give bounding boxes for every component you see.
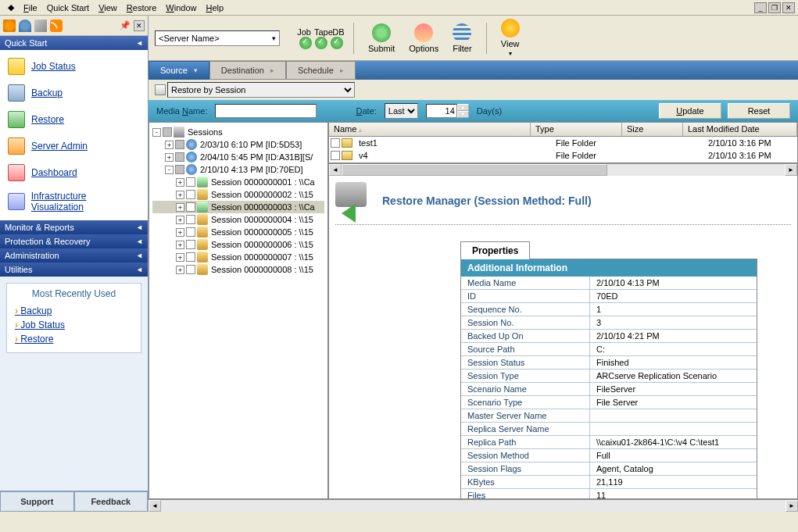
file-hscroll[interactable]: ◄► <box>329 163 797 176</box>
property-row: Sequence No.1 <box>461 303 757 316</box>
file-row[interactable]: v4File Folder2/10/10 3:16 PM <box>329 149 797 162</box>
tree-item[interactable]: +Session 0000000005 : \\15 <box>152 226 324 238</box>
sidebar-item-dashboard[interactable]: Dashboard <box>0 159 148 186</box>
tree-item[interactable]: +Session 0000000004 : \\15 <box>152 213 324 226</box>
admin-header[interactable]: Administration◄ <box>0 248 148 262</box>
menu-quickstart[interactable]: Quick Start <box>42 2 94 14</box>
days-input[interactable] <box>426 104 457 118</box>
db-icon <box>197 239 208 250</box>
sidebar-item-serveradmin[interactable]: Server Admin <box>0 133 148 159</box>
media-name-input[interactable] <box>215 104 317 118</box>
tree-item[interactable]: +Session 0000000001 : \\Ca <box>152 176 324 188</box>
tree-session-3[interactable]: -2/10/10 4:13 PM [ID:70ED] <box>152 163 324 176</box>
property-value: Agent, Catalog <box>590 462 757 475</box>
menu-restore[interactable]: Restore <box>122 2 162 14</box>
folder-icon <box>342 151 352 160</box>
property-value: 2/10/10 4:21 PM <box>590 330 757 342</box>
property-value: 3 <box>590 316 757 329</box>
days-spinner[interactable]: ▲▼ <box>426 104 469 118</box>
tree-session-1[interactable]: +2/03/10 6:10 PM [ID:5D53] <box>152 138 324 151</box>
minimize-button[interactable]: _ <box>754 2 767 13</box>
util-header[interactable]: Utilities◄ <box>0 262 148 277</box>
tab-destination[interactable]: Destination▸ <box>209 61 286 80</box>
server-combo[interactable]: <Server Name> <box>155 30 280 46</box>
main-toolbar: <Server Name> JobTapeDB Submit Options F… <box>149 16 798 61</box>
mru-title: Most Recently Used <box>12 288 136 299</box>
filter-button[interactable]: Filter <box>446 22 478 55</box>
property-value <box>590 423 757 435</box>
tape-status-icon[interactable] <box>315 37 327 49</box>
property-key: Master Server Name <box>461 409 590 422</box>
property-key: Sequence No. <box>461 303 590 316</box>
menu-file[interactable]: File <box>19 2 42 14</box>
update-button[interactable]: Update <box>659 103 721 119</box>
tab-schedule[interactable]: Schedule▸ <box>286 61 356 80</box>
property-key: KBytes <box>461 476 590 488</box>
mru-jobstatus[interactable]: Job Status <box>15 320 133 330</box>
file-row[interactable]: test1File Folder2/10/10 3:16 PM <box>329 137 797 149</box>
detail-title: Restore Manager (Session Method: Full) <box>382 195 592 207</box>
sidebar-toolbar: 📌 ✕ <box>0 16 148 36</box>
date-combo[interactable]: Last <box>385 103 418 119</box>
tree-root[interactable]: -Sessions <box>152 126 324 138</box>
tree-item[interactable]: +Session 0000000008 : \\15 <box>152 263 324 276</box>
tree-item[interactable]: +Session 0000000002 : \\15 <box>152 188 324 201</box>
package-icon[interactable] <box>34 20 47 32</box>
sidebar-item-restore[interactable]: Restore <box>0 106 148 133</box>
property-key: Source Path <box>461 343 590 355</box>
date-label: Date: <box>356 106 376 116</box>
menu-window[interactable]: Window <box>161 2 201 14</box>
property-row: Replica Path\\caixu01-2k864-1\C:\v4 C:\t… <box>461 436 757 449</box>
tree-item[interactable]: +Session 0000000007 : \\15 <box>152 251 324 263</box>
job-status-icon[interactable] <box>299 37 312 49</box>
db-icon <box>197 189 208 200</box>
support-button[interactable]: Support <box>0 491 74 512</box>
col-name[interactable]: Name ▵ <box>329 123 531 136</box>
properties-section-header: Additional Information <box>461 259 757 277</box>
close-button[interactable]: ✕ <box>782 2 795 13</box>
tree-item[interactable]: +Session 0000000006 : \\15 <box>152 238 324 251</box>
protection-header[interactable]: Protection & Recovery◄ <box>0 234 148 248</box>
db-icon <box>197 177 208 187</box>
spin-down[interactable]: ▼ <box>457 111 469 118</box>
options-button[interactable]: Options <box>403 22 445 55</box>
close-panel-icon[interactable]: ✕ <box>134 20 145 31</box>
tree-hscroll[interactable]: ◄► <box>149 499 798 512</box>
tab-source[interactable]: Source▾ <box>149 61 209 80</box>
menu-view[interactable]: View <box>94 2 122 14</box>
property-row: Scenario TypeFile Server <box>461 396 757 409</box>
property-row: Session TypeARCserve Replication Scenari… <box>461 370 757 383</box>
home-icon[interactable] <box>3 20 16 32</box>
property-value <box>590 409 757 422</box>
properties-tab[interactable]: Properties <box>460 241 530 259</box>
reset-button[interactable]: Reset <box>728 103 790 119</box>
submit-button[interactable]: Submit <box>362 22 401 55</box>
mru-restore[interactable]: Restore <box>15 334 133 345</box>
view-button[interactable]: View▾ <box>495 17 526 59</box>
col-size[interactable]: Size <box>622 123 683 136</box>
feedback-button[interactable]: Feedback <box>74 491 149 512</box>
col-type[interactable]: Type <box>531 123 622 136</box>
menu-help[interactable]: Help <box>201 2 228 14</box>
mru-backup[interactable]: Backup <box>15 305 133 316</box>
tree-item-selected[interactable]: +Session 0000000003 : \\Ca <box>152 201 324 213</box>
tree-pane[interactable]: -Sessions +2/03/10 6:10 PM [ID:5D53] +2/… <box>149 122 328 499</box>
restore-button[interactable]: ❐ <box>768 2 781 13</box>
spin-up[interactable]: ▲ <box>457 104 469 111</box>
sidebar-item-infra[interactable]: Infrastructure Visualization <box>0 186 148 217</box>
rss-icon[interactable] <box>50 20 63 32</box>
property-row: Backed Up On2/10/10 4:21 PM <box>461 330 757 343</box>
play-arrow-icon <box>342 204 356 223</box>
tree-session-2[interactable]: +2/04/10 5:45 PM [ID:A31B][S/ <box>152 151 324 163</box>
restore-by-combo[interactable]: Restore by Session <box>167 82 355 98</box>
db-icon <box>197 227 208 237</box>
right-pane: Name ▵ Type Size Last Modified Date test… <box>328 122 798 499</box>
db-status-icon[interactable] <box>331 37 343 49</box>
quickstart-header[interactable]: Quick Start◄ <box>0 36 148 50</box>
pin-icon[interactable]: 📌 <box>120 20 131 30</box>
monitor-header[interactable]: Monitor & Reports◄ <box>0 220 148 234</box>
user-icon[interactable] <box>19 20 31 32</box>
col-date[interactable]: Last Modified Date <box>683 123 797 136</box>
sidebar-item-jobstatus[interactable]: Job Status <box>0 53 148 80</box>
sidebar-item-backup[interactable]: Backup <box>0 80 148 106</box>
